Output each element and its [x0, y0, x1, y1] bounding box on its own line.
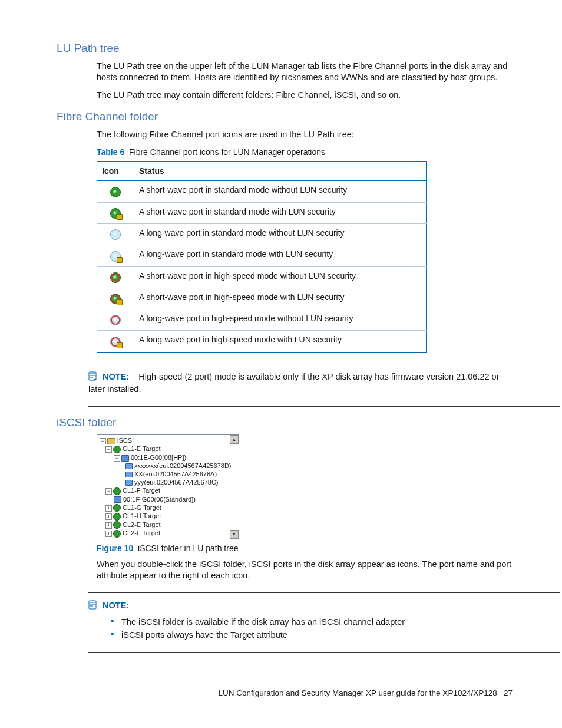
footer-title: LUN Configuration and Security Manager X… [218, 689, 497, 697]
host-icon [125, 480, 133, 486]
folder-icon [107, 438, 115, 444]
status-text: A long-wave port in standard mode with L… [134, 245, 427, 266]
table-row: A long-wave port in high-speed mode with… [97, 331, 427, 353]
tree-node-host[interactable]: yyy(eui.02004567A425678C) [97, 478, 239, 486]
port-icon [113, 513, 121, 521]
note-icon [88, 371, 98, 384]
heading-fibre-channel-folder: Fibre Channel folder [57, 109, 515, 124]
tree-label: iSCSI [117, 437, 134, 444]
fc-note-text: High-speed (2 port) mode is available on… [88, 372, 500, 394]
status-text: A short-wave port in standard mode witho… [134, 181, 427, 202]
tree-node-cl1g[interactable]: +CL1-G Target [97, 503, 239, 512]
figure-10-caption: Figure 10 iSCSI folder in LU path tree [97, 543, 515, 554]
table-row: A short-wave port in high-speed mode wit… [97, 266, 427, 288]
tree-node-cl1f[interactable]: −CL1-F Target [97, 486, 239, 495]
page-footer: LUN Configuration and Security Manager X… [218, 688, 513, 699]
iscsi-note-list: The iSCSI folder is available if the dis… [111, 617, 515, 641]
tree-label: CL1-G Target [123, 504, 161, 511]
long-wave-highspeed-icon [110, 315, 121, 325]
long-wave-standard-secure-icon [110, 251, 121, 262]
port-icon [113, 530, 121, 538]
tree-label: XX(eui.02004567A425678A) [134, 470, 217, 477]
heading-lu-path-tree: LU Path tree [57, 41, 515, 56]
table-row: A short-wave port in standard mode witho… [97, 181, 427, 202]
host-icon [125, 472, 133, 477]
short-wave-standard-icon [110, 187, 121, 197]
list-item: iSCSI ports always have the Target attri… [111, 630, 515, 641]
tree-label: xxxxxxx(eui.02004567A425678D) [134, 462, 232, 469]
iscsi-paragraph-1: When you double-click the iSCSI folder, … [97, 559, 515, 582]
table-row: A long-wave port in standard mode withou… [97, 223, 427, 245]
iscsi-note: NOTE: [88, 600, 515, 613]
tree-label: 00:1F-G00(00[Standard]) [123, 496, 196, 503]
tree-node-cl1e[interactable]: −CL1-E Target [97, 444, 239, 453]
page-number: 27 [504, 689, 513, 697]
note-label: NOTE: [103, 372, 129, 381]
divider [88, 406, 560, 407]
host-group-icon [114, 496, 121, 503]
fc-note: NOTE: High-speed (2 port) mode is availa… [88, 371, 515, 396]
table-6-label: Table 6 [97, 147, 124, 157]
divider [88, 364, 560, 364]
short-wave-highspeed-icon [110, 272, 121, 283]
scroll-down-button[interactable]: ▾ [230, 530, 239, 539]
table-row: A long-wave port in standard mode with L… [97, 245, 427, 266]
fc-port-icon-table: Icon Status A short-wave port in standar… [97, 161, 427, 353]
tree-node-cl2f[interactable]: +CL2-F Target [97, 529, 239, 538]
status-text: A long-wave port in standard mode withou… [134, 223, 427, 245]
status-text: A long-wave port in high-speed mode with… [134, 331, 427, 353]
figure-10-text: iSCSI folder in LU path tree [138, 543, 238, 553]
divider [88, 592, 560, 593]
host-icon [125, 463, 133, 469]
table-row: A short-wave port in standard mode with … [97, 202, 427, 223]
port-icon [113, 446, 121, 453]
note-icon [88, 600, 98, 613]
tree-node-iscsi[interactable]: −iSCSI [97, 436, 239, 444]
col-icon: Icon [97, 162, 134, 180]
note-label: NOTE: [103, 601, 129, 610]
port-icon [113, 504, 121, 512]
port-icon [113, 487, 121, 495]
tree-label: CL1-F Target [123, 487, 160, 494]
fc-paragraph-1: The following Fibre Channel port icons a… [97, 129, 515, 141]
tree-label: CL2-E Target [123, 521, 161, 528]
col-status: Status [134, 162, 427, 180]
tree-node-host[interactable]: xxxxxxx(eui.02004567A425678D) [97, 462, 239, 470]
tree-label: yyy(eui.02004567A425678C) [134, 479, 219, 486]
port-icon [113, 521, 121, 529]
tree-label: CL2-F Target [123, 529, 160, 536]
lu-path-paragraph-2: The LU Path tree may contain different f… [97, 90, 515, 101]
long-wave-standard-icon [110, 229, 121, 240]
tree-node-cl2e[interactable]: +CL2-E Target [97, 521, 239, 529]
long-wave-highspeed-secure-icon [110, 337, 121, 347]
tree-label: 00:1E-G00(08[HP]) [131, 454, 186, 461]
table-6-caption: Table 6 Fibre Channel port icons for LUN… [97, 147, 515, 158]
tree-node-cl1h[interactable]: +CL1-H Target [97, 512, 239, 521]
tree-node-cl1f-group[interactable]: 00:1F-G00(00[Standard]) [97, 495, 239, 503]
tree-node-host[interactable]: XX(eui.02004567A425678A) [97, 470, 239, 478]
scroll-up-button[interactable]: ▴ [230, 435, 239, 444]
list-item: The iSCSI folder is available if the dis… [111, 617, 515, 628]
short-wave-standard-secure-icon [110, 208, 121, 219]
iscsi-tree-panel: ▴ ▾ −iSCSI −CL1-E Target −00:1E-G00(08[H… [97, 434, 239, 539]
host-group-icon [121, 455, 129, 462]
tree-node-cl1e-group[interactable]: −00:1E-G00(08[HP]) [97, 453, 239, 462]
table-row: A long-wave port in high-speed mode with… [97, 309, 427, 331]
short-wave-highspeed-secure-icon [110, 294, 121, 304]
tree-label: CL1-E Target [123, 445, 161, 452]
status-text: A long-wave port in high-speed mode with… [134, 309, 427, 331]
status-text: A short-wave port in standard mode with … [134, 202, 427, 223]
table-6-text: Fibre Channel port icons for LUN Manager… [129, 147, 325, 157]
table-row: A short-wave port in high-speed mode wit… [97, 288, 427, 309]
status-text: A short-wave port in high-speed mode wit… [134, 266, 427, 288]
heading-iscsi-folder: iSCSI folder [57, 415, 515, 430]
lu-path-paragraph-1: The LU Path tree on the upper left of th… [97, 61, 515, 84]
status-text: A short-wave port in high-speed mode wit… [134, 288, 427, 309]
tree-label: CL1-H Target [123, 512, 161, 519]
figure-10-label: Figure 10 [97, 543, 133, 553]
divider [88, 652, 560, 653]
